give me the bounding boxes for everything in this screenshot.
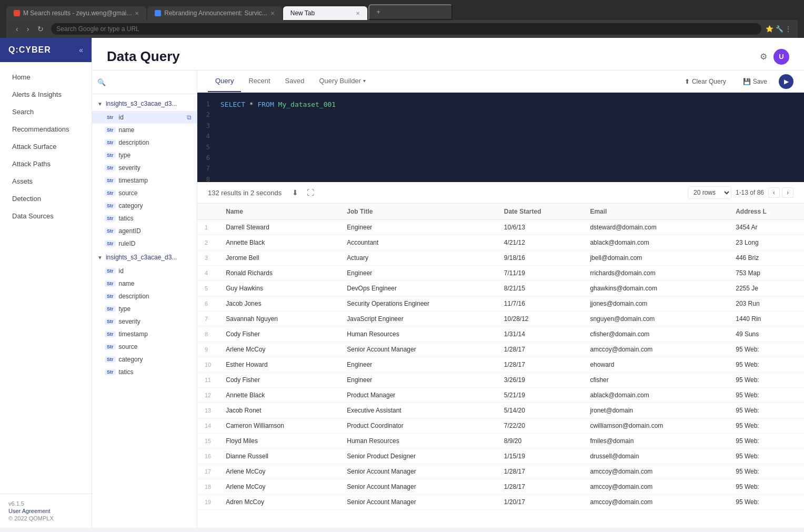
table-body: 1 Darrell Steward Engineer 10/6/13 dstew…: [197, 220, 804, 510]
schema-field-name-1[interactable]: Str name: [92, 124, 197, 136]
schema-field-source-2[interactable]: Str source: [92, 340, 197, 353]
user-agreement-link[interactable]: User Agreement: [8, 508, 83, 514]
table-row[interactable]: 8 Cody Fisher Human Resources 1/31/14 cf…: [197, 327, 804, 342]
tab-recent[interactable]: Recent: [241, 71, 277, 92]
browser-tab-gmail[interactable]: M Search results - zeyu.weng@gmai... ✕: [6, 6, 146, 20]
table-row[interactable]: 18 Arlene McCoy Senior Account Manager 1…: [197, 479, 804, 495]
schema-field-id-1[interactable]: Str id ⧉: [92, 111, 197, 124]
table-row[interactable]: 15 Floyd Miles Human Resources 8/9/20 fm…: [197, 434, 804, 449]
new-tab-button[interactable]: +: [368, 4, 453, 20]
cell-name: Annette Black: [218, 235, 339, 250]
sidebar-item-data-sources[interactable]: Data Sources: [0, 207, 92, 225]
table-row[interactable]: 17 Arlene McCoy Senior Account Manager 1…: [197, 464, 804, 479]
address-bar[interactable]: [51, 23, 761, 35]
schema-field-tatics-2[interactable]: Str tatics: [92, 366, 197, 378]
table-header: Name Job Title Date Started Email Addres…: [197, 204, 804, 220]
expand-button[interactable]: ⛶: [305, 187, 316, 198]
sidebar-item-attack-paths[interactable]: Attack Paths: [0, 155, 92, 173]
table-row[interactable]: 4 Ronald Richards Engineer 7/11/19 rrich…: [197, 266, 804, 281]
schema-field-timestamp-2[interactable]: Str timestamp: [92, 328, 197, 340]
table-row[interactable]: 12 Annette Black Product Manager 5/21/19…: [197, 388, 804, 403]
sidebar-item-recommendations[interactable]: Recommendations: [0, 121, 92, 138]
sidebar-collapse-button[interactable]: «: [79, 46, 83, 54]
schema-group-2-header[interactable]: ▼ insights_s3_c3acae_d3...: [92, 250, 197, 265]
copy-icon[interactable]: ⧉: [187, 114, 192, 121]
table-row[interactable]: 9 Arlene McCoy Senior Account Manager 1/…: [197, 342, 804, 357]
cell-job-title: Senior Product Designer: [339, 449, 497, 464]
newtab-tab-close[interactable]: ✕: [356, 11, 360, 16]
schema-field-timestamp-1[interactable]: Str timestamp: [92, 174, 197, 187]
sidebar-footer: v6.1.5 User Agreement © 2022 QOMPLX: [0, 494, 92, 528]
code-editor[interactable]: 1 2 3 4 5 6 7 8 SELECT * FROM: [197, 93, 804, 182]
schema-search-input[interactable]: [109, 76, 196, 88]
sidebar-header: Q:CYBER «: [0, 38, 92, 62]
rebranding-tab-close[interactable]: ✕: [270, 11, 275, 16]
table-row[interactable]: 5 Guy Hawkins DevOps Engineer 8/21/15 gh…: [197, 281, 804, 296]
schema-field-type-2[interactable]: Str type: [92, 303, 197, 315]
row-num: 15: [197, 434, 218, 449]
schema-field-id-2[interactable]: Str id: [92, 265, 197, 277]
next-page-button[interactable]: ›: [782, 187, 793, 198]
tab-query-builder[interactable]: Query Builder ▾: [311, 71, 373, 92]
schema-field-severity-1[interactable]: Str severity: [92, 162, 197, 174]
prev-page-button[interactable]: ‹: [768, 187, 780, 198]
schema-field-category-1[interactable]: Str category: [92, 199, 197, 212]
cell-email: ghawkins@domain.com: [582, 281, 728, 296]
tab-saved[interactable]: Saved: [278, 71, 312, 92]
cell-name: Cody Fisher: [218, 373, 339, 388]
table-row[interactable]: 19 Adren McCoy Senior Account Manager 1/…: [197, 495, 804, 510]
schema-field-ruleid-1[interactable]: Str ruleID: [92, 237, 197, 250]
clear-query-button[interactable]: ⬆ Clear Query: [679, 75, 731, 88]
line-5: 5: [204, 142, 210, 153]
schema-field-description-1[interactable]: Str description: [92, 136, 197, 149]
schema-group-1-chevron: ▼: [97, 101, 103, 107]
table-row[interactable]: 3 Jerome Bell Actuary 9/18/16 jbell@doma…: [197, 250, 804, 266]
schema-field-name-2[interactable]: Str name: [92, 277, 197, 290]
table-row[interactable]: 13 Jacob Ronet Executive Assistant 5/14/…: [197, 403, 804, 418]
sidebar-item-home[interactable]: Home: [0, 68, 92, 86]
schema-group-1-header[interactable]: ▼ insights_s3_c3acae_d3...: [92, 96, 197, 111]
sidebar-item-alerts[interactable]: Alerts & Insights: [0, 86, 92, 103]
tab-query[interactable]: Query: [208, 71, 241, 92]
cell-email: amccoy@domain.com: [582, 479, 728, 495]
cell-email: rrichards@domain.com: [582, 266, 728, 281]
table-row[interactable]: 11 Cody Fisher Engineer 3/26/19 cfisher …: [197, 373, 804, 388]
browser-tab-newtab[interactable]: New Tab ✕: [283, 6, 367, 20]
code-content[interactable]: SELECT * FROM My_dataset_001: [216, 99, 804, 176]
table-row[interactable]: 10 Esther Howard Engineer 1/28/17 ehowar…: [197, 357, 804, 373]
table-row[interactable]: 6 Jacob Jones Security Operations Engine…: [197, 296, 804, 312]
table-row[interactable]: 7 Savannah Nguyen JavaScript Engineer 10…: [197, 312, 804, 327]
schema-field-severity-2[interactable]: Str severity: [92, 315, 197, 328]
nav-forward[interactable]: ›: [24, 24, 33, 34]
nav-refresh[interactable]: ↻: [34, 24, 47, 34]
copyright-label: © 2022 QOMPLX: [8, 515, 54, 521]
schema-field-category-2[interactable]: Str category: [92, 353, 197, 366]
browser-tab-rebranding[interactable]: Rebranding Announcement: Survic... ✕: [147, 6, 282, 20]
nav-back[interactable]: ‹: [13, 24, 22, 34]
gmail-tab-close[interactable]: ✕: [135, 11, 139, 16]
table-row[interactable]: 14 Cameron Williamson Product Coordinato…: [197, 418, 804, 434]
settings-icon[interactable]: ⚙: [760, 52, 767, 62]
table-row[interactable]: 2 Annette Black Accountant 4/21/12 ablac…: [197, 235, 804, 250]
avatar[interactable]: U: [773, 49, 789, 65]
sidebar-item-assets[interactable]: Assets: [0, 173, 92, 190]
col-num: [197, 204, 218, 220]
sidebar-item-attack-surface[interactable]: Attack Surface: [0, 138, 92, 155]
schema-field-agentid-1[interactable]: Str agentID: [92, 225, 197, 237]
row-num: 1: [197, 220, 218, 235]
sidebar-item-search[interactable]: Search: [0, 103, 92, 121]
save-button[interactable]: 💾 Save: [738, 75, 772, 88]
page-header: Data Query ⚙ U: [92, 38, 804, 71]
schema-field-type-1[interactable]: Str type: [92, 149, 197, 162]
schema-field-source-1[interactable]: Str source: [92, 187, 197, 199]
schema-field-tatics-1[interactable]: Str tatics: [92, 212, 197, 225]
download-button[interactable]: ⬇: [290, 187, 300, 198]
table-row[interactable]: 1 Darrell Steward Engineer 10/6/13 dstew…: [197, 220, 804, 235]
schema-field-description-2[interactable]: Str description: [92, 290, 197, 303]
cell-name: Ronald Richards: [218, 266, 339, 281]
run-query-button[interactable]: ▶: [779, 74, 793, 89]
sidebar-item-detection[interactable]: Detection: [0, 190, 92, 207]
rows-per-page-select[interactable]: 20 rows 50 rows 100 rows: [688, 186, 731, 199]
table-row[interactable]: 16 Dianne Russell Senior Product Designe…: [197, 449, 804, 464]
cell-date-started: 1/28/17: [497, 479, 583, 495]
